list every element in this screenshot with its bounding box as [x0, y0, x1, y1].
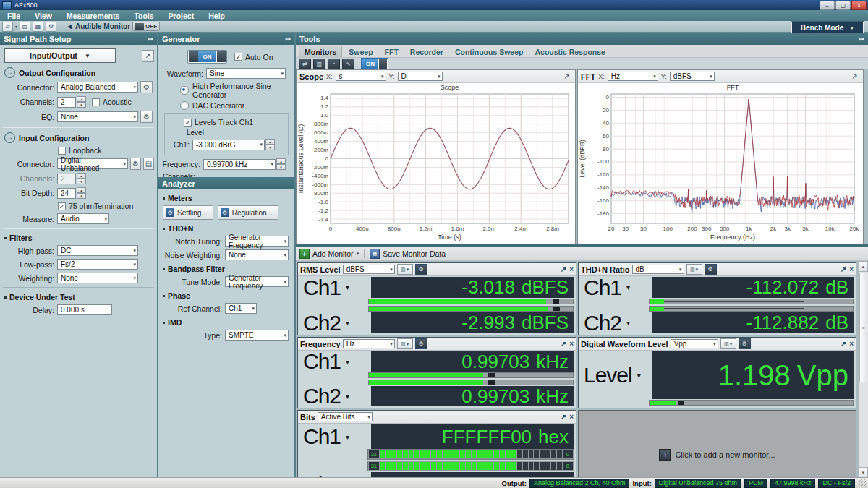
hp-sine-radio[interactable] [180, 86, 189, 95]
minimize-button[interactable]: – [820, 1, 835, 10]
popout-icon[interactable]: ↗ [561, 71, 572, 82]
spin-up-icon[interactable]: ▴ [77, 173, 86, 179]
audible-monitor-toggle[interactable]: OFF [132, 22, 160, 31]
eq-select[interactable]: None▾ [57, 111, 138, 122]
generator-on-toggle[interactable]: ON [187, 50, 227, 64]
output-connector-gear-icon[interactable]: ⚙ [140, 81, 153, 93]
levels-track-checkbox[interactable]: ✓ [184, 119, 192, 127]
dac-generator-radio[interactable] [180, 101, 189, 110]
tab-continuous-sweep[interactable]: Continuous Sweep [450, 46, 529, 57]
spin-up-icon[interactable]: ▴ [77, 187, 86, 193]
output-connector-select[interactable]: Analog Balanced▾ [57, 82, 138, 93]
fft-chart[interactable]: FFT2030501002003005001k2k3k5k10k20k0-20-… [578, 83, 863, 244]
output-channels-spinner[interactable]: ▴▾ [77, 96, 86, 108]
thdn-unit-select[interactable]: dB▾ [632, 265, 684, 274]
channel-selector[interactable]: Ch1▾ [299, 424, 371, 449]
popout-icon[interactable]: ↗ [849, 71, 860, 82]
imd-type-select[interactable]: SMPTE▾ [225, 330, 289, 341]
loopback-checkbox[interactable] [58, 147, 66, 155]
popout-icon[interactable]: ↗ [561, 265, 566, 273]
scope-chart[interactable]: Scope0400u800u1.2m1.6m2.0m2.4m2.8m1.41.2… [297, 83, 575, 244]
popout-icon[interactable]: ↗ [561, 340, 566, 348]
close-icon[interactable]: × [569, 265, 574, 273]
menu-measurements[interactable]: Measurements [59, 10, 127, 21]
tab-acoustic-response[interactable]: Acoustic Response [529, 46, 610, 57]
tab-recorder[interactable]: Recorder [405, 46, 448, 57]
delay-input[interactable]: 0.000 s [57, 304, 112, 315]
save-monitor-data-button[interactable]: ▦ Save Monitor Data [370, 249, 446, 259]
acoustic-checkbox[interactable] [92, 98, 100, 106]
ch1-level-spinner[interactable]: ▴▾ [265, 139, 275, 150]
monitor-settings-gear-icon[interactable]: ⚙ [739, 338, 751, 349]
menu-tools[interactable]: Tools [127, 10, 161, 21]
pin-icon[interactable]: ↦ [859, 35, 864, 43]
rms-unit-select[interactable]: dBFS▾ [343, 265, 395, 274]
channel-selector[interactable]: Ch2▾ [580, 312, 652, 333]
measure-select[interactable]: Audio▾ [57, 213, 109, 224]
menu-file[interactable]: File [0, 10, 27, 21]
waveform-select[interactable]: Sine▾ [206, 68, 286, 79]
noise-weighting-select[interactable]: None▾ [225, 249, 289, 260]
tab-fft[interactable]: FFT [380, 46, 404, 57]
meters-icon[interactable]: ▥ [313, 59, 326, 69]
popout-icon[interactable]: ↗ [142, 50, 154, 62]
channel-selector[interactable]: Level▾ [580, 351, 652, 399]
spin-up-icon[interactable]: ▴ [276, 158, 286, 164]
spin-down-icon[interactable]: ▾ [265, 145, 275, 150]
input-output-select[interactable]: Input/Output ▼ [4, 48, 116, 63]
ch1-level-select[interactable]: -3.000 dBrG▾ [192, 140, 265, 150]
bit-depth-spinner[interactable]: ▴▾ [77, 187, 86, 199]
popout-icon[interactable]: ↗ [841, 340, 846, 348]
close-button[interactable]: × [851, 1, 867, 10]
output-channels-input[interactable]: 2 [57, 97, 76, 108]
bits-mode-select[interactable]: Active Bits▾ [318, 412, 373, 421]
bench-mode-select[interactable]: Bench Mode ▼ [791, 22, 864, 33]
open-project-icon[interactable]: ▤ [20, 22, 30, 32]
input-connector-select[interactable]: Digital Unbalanced▾ [57, 158, 128, 169]
termination-checkbox[interactable]: ✓ [58, 202, 66, 210]
pin-icon[interactable]: ↦ [148, 35, 153, 43]
high-pass-select[interactable]: DC▾ [57, 245, 138, 256]
waveform-icon[interactable]: ∿ [342, 59, 354, 69]
add-monitor-button[interactable]: + Add Monitor ▾ [299, 249, 359, 259]
bar-display-icon[interactable]: ▥▾ [397, 264, 413, 275]
popout-icon[interactable]: ↗ [561, 413, 566, 421]
close-icon[interactable]: × [569, 413, 574, 421]
channel-selector[interactable]: Ch2▾ [299, 312, 371, 333]
monitors-scrollbar[interactable]: ▲ ≡ ▼ [858, 261, 868, 478]
generator-off-segment[interactable] [189, 51, 198, 62]
pin-icon[interactable]: ↦ [285, 35, 291, 43]
regulation-button[interactable]: ⚙ Regulation... [218, 205, 278, 220]
spin-down-icon[interactable]: ▾ [77, 193, 86, 199]
close-icon[interactable]: × [569, 340, 574, 348]
channel-selector[interactable]: Ch1▾ [580, 277, 652, 298]
low-pass-select[interactable]: Fs/2▾ [57, 259, 138, 270]
monitors-on-toggle[interactable]: ON [361, 58, 388, 70]
add-monitor-placeholder[interactable]: + Click to add a new monitor... [578, 410, 856, 488]
menu-help[interactable]: Help [201, 10, 232, 21]
spin-down-icon[interactable]: ▾ [276, 164, 286, 170]
clock-icon[interactable]: ◔ [328, 59, 340, 69]
bit-depth-input[interactable]: 24 [57, 188, 76, 199]
fft-x-unit-select[interactable]: Hz▾ [608, 72, 658, 81]
bar-display-icon[interactable]: ▥▾ [720, 338, 736, 349]
channel-selector[interactable]: Ch1▾ [299, 351, 371, 372]
new-project-dropdown-icon[interactable]: ▾ [15, 24, 17, 29]
spin-down-icon[interactable]: ▾ [77, 179, 86, 184]
layout-icon[interactable]: ⇄ [299, 59, 311, 69]
weighting-select[interactable]: None▾ [57, 273, 138, 283]
spin-up-icon[interactable]: ▴ [265, 139, 275, 145]
close-icon[interactable]: × [849, 340, 854, 348]
menu-view[interactable]: View [27, 10, 59, 21]
new-project-icon[interactable]: ▱ [2, 22, 13, 32]
auto-on-checkbox[interactable]: ✓ [234, 53, 242, 61]
scroll-down-icon[interactable]: ▼ [859, 467, 868, 478]
frequency-unit-select[interactable]: Hz▾ [343, 339, 395, 348]
scroll-up-icon[interactable]: ▲ [859, 261, 868, 272]
input-connector-settings-icon[interactable]: ▤ [143, 158, 154, 170]
ref-channel-select[interactable]: Ch1▾ [225, 303, 257, 314]
settings-gear-icon[interactable]: ⚙ [46, 22, 56, 32]
monitor-settings-gear-icon[interactable]: ⚙ [415, 338, 427, 349]
scope-x-unit-select[interactable]: s▾ [336, 72, 386, 81]
menu-project[interactable]: Project [161, 10, 202, 21]
